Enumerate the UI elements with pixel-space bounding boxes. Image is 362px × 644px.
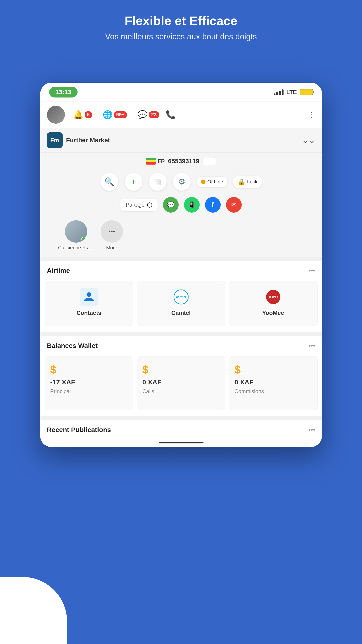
share-icon: ⬡ [147,201,152,209]
recent-section-header: Recent Publications ••• [40,420,322,438]
contact-item[interactable]: Calicienne Fra... [58,220,94,251]
lock-label: Lock [247,179,257,185]
settings-button[interactable]: ⚙ [173,173,191,191]
phone-edit-box[interactable] [202,157,216,165]
contact-name: Calicienne Fra... [58,245,94,251]
language-code: FR [158,158,165,164]
email-icon: ✉ [231,201,236,209]
offline-label: OffLine [207,179,223,185]
camtel-card[interactable]: camtel Camtel [137,281,226,326]
bottom-bar [40,438,322,447]
action-buttons-row: 🔍 + ▦ ⚙ OffLine 🔒 Lock [40,170,322,194]
facebook-share-button[interactable]: f [205,197,221,213]
battery-icon: ⚡ [300,89,313,95]
contact-avatar [65,220,87,242]
whatsapp-share-button[interactable]: 📱 [184,197,200,213]
wallet-section: Balances Wallet ••• $ -17 XAF Principal … [40,336,322,416]
lock-icon: 🔒 [238,178,245,186]
calls-wallet-card[interactable]: $ 0 XAF Calls [137,356,226,410]
app-title: Flexible et Efficace [0,14,362,28]
avatar[interactable] [47,106,65,124]
contacts-card-label: Contacts [76,310,101,316]
more-contacts-button[interactable]: ••• [100,220,123,242]
bottom-decoration [0,577,67,644]
phone-frame: 13:13 LTE ⚡ 🔔 5 🌐 99+ [40,83,322,447]
globe-button[interactable]: 🌐 99+ [98,108,131,122]
home-indicator[interactable] [159,442,204,444]
commisions-amount: 0 XAF [234,378,254,386]
search-button[interactable]: 🔍 [100,173,118,191]
airtime-section-header: Airtime ••• [40,261,322,279]
facebook-icon: f [212,201,214,209]
share-button[interactable]: Partage ⬡ [120,198,158,211]
lock-button[interactable]: 🔒 Lock [234,176,262,188]
phone-number: 655393119 [168,158,199,165]
flag-icon [146,158,156,164]
svg-text:YooMee: YooMee [268,296,278,298]
messages-count: 23 [149,111,159,118]
offline-status[interactable]: OffLine [197,177,227,187]
principal-label: Principal [50,388,71,394]
wallet-section-header: Balances Wallet ••• [40,336,322,354]
more-contacts-item[interactable]: ••• More [100,220,123,251]
more-contacts-label: More [106,245,118,251]
commisions-label: Commisions [234,388,264,394]
signal-icon [274,89,284,95]
network-label: LTE [286,89,297,96]
principal-amount: -17 XAF [50,378,75,386]
contacts-card[interactable]: Contacts [45,281,133,326]
contacts-row: Calicienne Fra... ••• More [40,216,322,258]
yoomee-card-label: YooMee [262,310,284,316]
app-header: 🔔 5 🌐 99+ 💬 23 📞 ⋮ [40,102,322,128]
airtime-more-icon[interactable]: ••• [308,267,315,274]
globe-count: 99+ [114,111,127,118]
app-background-header: Flexible et Efficace Vos meilleurs servi… [0,0,362,50]
yoomee-card[interactable]: YooMee YooMee [229,281,318,326]
messages-button[interactable]: 💬 23 [134,108,163,122]
airtime-section: Airtime ••• Contacts camtel Camtel [40,261,322,332]
camtel-icon: camtel [172,288,190,306]
sms-share-button[interactable]: 💬 [163,197,179,213]
svg-text:camtel: camtel [176,295,186,299]
add-button[interactable]: + [124,173,142,191]
calls-label: Calls [142,388,154,394]
offline-dot-icon [201,180,206,184]
airtime-cards: Contacts camtel Camtel YooMee [40,279,322,332]
wallet-cards: $ -17 XAF Principal $ 0 XAF Calls $ 0 XA… [40,354,322,416]
wallet-title: Balances Wallet [47,342,98,350]
flag-selector[interactable]: FR [146,158,165,164]
plus-icon: + [131,177,136,187]
contacts-icon [80,288,98,306]
status-bar: 13:13 LTE ⚡ [40,83,322,102]
commisions-wallet-card[interactable]: $ 0 XAF Commisions [229,356,318,410]
calls-amount: 0 XAF [142,378,162,386]
brand-name: Further Market [66,137,110,144]
yoomee-icon: YooMee [264,288,282,306]
search-icon: 🔍 [104,177,114,186]
chevron-down-icon[interactable]: ⌄⌄ [302,136,315,145]
email-share-button[interactable]: ✉ [226,197,242,213]
share-row: Partage ⬡ 💬 📱 f ✉ [40,194,322,216]
share-label: Partage [126,202,144,208]
header-more-button[interactable]: ⋮ [308,110,315,119]
recent-title: Recent Publications [47,426,111,434]
whatsapp-icon: 📱 [188,201,196,209]
camtel-card-label: Camtel [171,310,191,316]
phone-call-button[interactable]: 📞 [166,108,176,122]
online-badge-icon [82,237,86,242]
recent-section: Recent Publications ••• [40,420,322,438]
header-icons: 🔔 5 🌐 99+ 💬 23 📞 [69,108,304,122]
recent-more-icon[interactable]: ••• [308,426,315,433]
sms-icon: 💬 [167,201,175,209]
brand-bar: Fm Further Market ⌄⌄ [40,128,322,153]
qr-button[interactable]: ▦ [149,173,166,191]
notifications-button[interactable]: 🔔 5 [69,108,96,122]
status-time: 13:13 [49,87,78,98]
wallet-more-icon[interactable]: ••• [308,342,315,349]
phone-number-row: FR 655393119 [40,153,322,170]
notifications-count: 5 [85,111,92,118]
principal-wallet-card[interactable]: $ -17 XAF Principal [45,356,133,410]
status-right: LTE ⚡ [274,89,313,96]
app-subtitle: Vos meilleurs services aux bout des doig… [0,32,362,41]
gear-icon: ⚙ [178,177,185,186]
